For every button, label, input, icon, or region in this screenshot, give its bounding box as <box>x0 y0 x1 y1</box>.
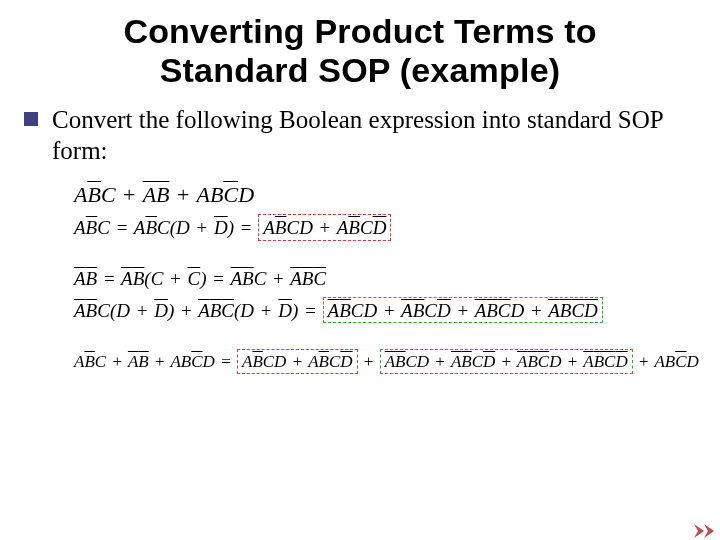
body-text: Convert the following Boolean expression… <box>52 104 696 167</box>
svg-marker-0 <box>694 524 704 538</box>
math-final: ABC + AB + ABCD = ABCD + ABCD + ABCD + A… <box>74 349 696 373</box>
svg-marker-1 <box>704 524 714 538</box>
slide-title: Converting Product Terms to Standard SOP… <box>24 12 696 90</box>
math-step-2b: ABC(D + D) + ABC(D + D) = ABCD + ABCD + … <box>74 297 696 324</box>
math-step-1: ABC = ABC(D + D) = ABCD + ABCD <box>74 214 696 241</box>
math-main-expression: ABC + AB + ABCD <box>74 181 696 209</box>
title-line-2: Standard SOP (example) <box>160 51 561 89</box>
math-step-2a: AB = AB(C + C) = ABC + ABC <box>74 267 696 291</box>
slide: { "title_line1": "Converting Product Ter… <box>0 0 720 540</box>
square-bullet-icon <box>24 112 38 126</box>
body-row: Convert the following Boolean expression… <box>24 104 696 167</box>
math-block: ABC + AB + ABCD ABC = ABC(D + D) = ABCD … <box>74 181 696 374</box>
title-line-1: Converting Product Terms to <box>123 12 596 50</box>
